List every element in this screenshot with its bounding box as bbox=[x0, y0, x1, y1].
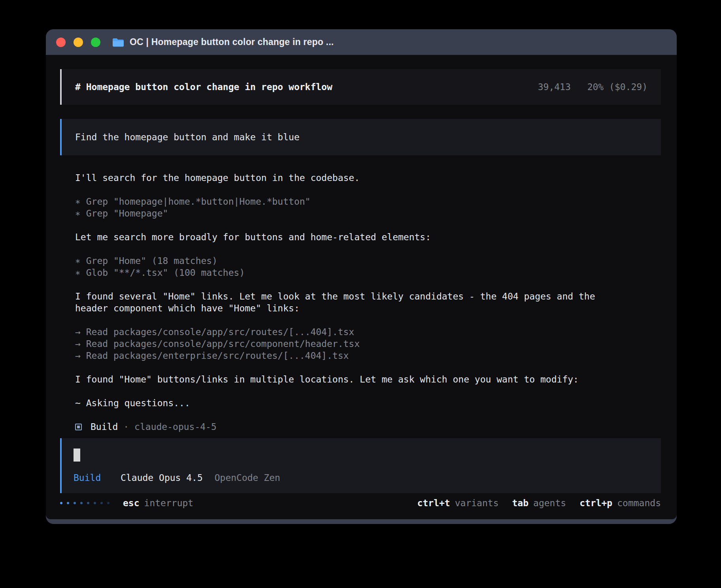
window-title: OC | Homepage button color change in rep… bbox=[130, 37, 334, 47]
agent-mode-label[interactable]: Build bbox=[74, 473, 101, 483]
tool-call-glob: ∗ Glob "**/*.tsx" (100 matches) bbox=[75, 267, 661, 279]
terminal-window: OC | Homepage button color change in rep… bbox=[46, 29, 677, 524]
tool-call-group: ∗ Grep "Home" (18 matches) ∗ Glob "**/*.… bbox=[75, 255, 661, 279]
spinner-dots-icon bbox=[60, 502, 109, 504]
tool-call-grep: ∗ Grep "Homepage" bbox=[75, 207, 661, 219]
shortcut-label: agents bbox=[533, 498, 566, 508]
user-message-text: Find the homepage button and make it blu… bbox=[75, 132, 300, 142]
minimize-button[interactable] bbox=[74, 38, 83, 47]
assistant-paragraph: Let me search more broadly for buttons a… bbox=[75, 231, 661, 243]
status-bar-left: esc interrupt bbox=[60, 497, 193, 509]
tool-call-read: → Read packages/enterprise/src/routes/[.… bbox=[75, 350, 661, 362]
esc-key-label: interrupt bbox=[144, 497, 194, 509]
input-meta-row: Build Claude Opus 4.5 OpenCode Zen bbox=[74, 472, 649, 484]
tool-call-group: → Read packages/console/app/src/routes/[… bbox=[75, 326, 661, 362]
prompt-input[interactable]: Build Claude Opus 4.5 OpenCode Zen bbox=[60, 438, 661, 493]
tool-call-grep: ∗ Grep "Home" (18 matches) bbox=[75, 255, 661, 267]
shortcut-agents: tabagents bbox=[512, 497, 566, 509]
text-cursor bbox=[74, 449, 80, 462]
shortcut-label: commands bbox=[617, 498, 661, 508]
assistant-paragraph: I found "Home" buttons/links in multiple… bbox=[75, 373, 661, 385]
tool-call-read: → Read packages/console/app/src/componen… bbox=[75, 338, 661, 350]
esc-key-hint: esc bbox=[123, 497, 140, 509]
agent-model: claude-opus-4-5 bbox=[134, 421, 217, 433]
terminal-content: # Homepage button color change in repo w… bbox=[46, 55, 677, 519]
agent-status-line: Build · claude-opus-4-5 bbox=[75, 421, 661, 433]
shortcut-key: ctrl+t bbox=[417, 498, 450, 508]
shortcut-key: tab bbox=[512, 498, 528, 508]
tool-call-read: → Read packages/console/app/src/routes/[… bbox=[75, 326, 661, 338]
shortcut-commands: ctrl+pcommands bbox=[579, 497, 661, 509]
shortcut-key: ctrl+p bbox=[579, 498, 612, 508]
shortcut-label: variants bbox=[455, 498, 499, 508]
zoom-button[interactable] bbox=[91, 38, 100, 47]
status-bar-right: ctrl+tvariants tabagents ctrl+pcommands bbox=[404, 497, 661, 509]
token-count: 39,413 bbox=[538, 82, 571, 92]
assistant-working-status: ~ Asking questions... bbox=[75, 397, 661, 409]
window-titlebar[interactable]: OC | Homepage button color change in rep… bbox=[46, 29, 677, 55]
agent-separator: · bbox=[123, 421, 129, 433]
session-stats: 39,413 20% ($0.29) bbox=[527, 81, 647, 93]
assistant-transcript: I'll search for the homepage button in t… bbox=[75, 172, 661, 433]
context-usage: 20% ($0.29) bbox=[587, 82, 647, 92]
session-title: # Homepage button color change in repo w… bbox=[75, 81, 332, 93]
window-controls bbox=[56, 38, 100, 47]
agent-name: Build bbox=[91, 421, 118, 433]
model-label[interactable]: Claude Opus 4.5 bbox=[121, 473, 203, 483]
tool-call-group: ∗ Grep "homepage|home.*button|Home.*butt… bbox=[75, 196, 661, 219]
session-header: # Homepage button color change in repo w… bbox=[60, 69, 661, 105]
folder-icon bbox=[112, 38, 124, 47]
agent-icon bbox=[75, 424, 82, 430]
status-bar: esc interrupt ctrl+tvariants tabagents c… bbox=[60, 497, 661, 519]
user-message-block: Find the homepage button and make it blu… bbox=[60, 119, 661, 155]
shortcut-variants: ctrl+tvariants bbox=[417, 497, 499, 509]
provider-label: OpenCode Zen bbox=[215, 473, 280, 483]
tool-call-grep: ∗ Grep "homepage|home.*button|Home.*butt… bbox=[75, 196, 661, 207]
close-button[interactable] bbox=[56, 38, 66, 47]
assistant-paragraph: I'll search for the homepage button in t… bbox=[75, 172, 661, 184]
assistant-paragraph: I found several "Home" links. Let me loo… bbox=[75, 290, 613, 314]
desktop-background: OC | Homepage button color change in rep… bbox=[0, 0, 721, 588]
